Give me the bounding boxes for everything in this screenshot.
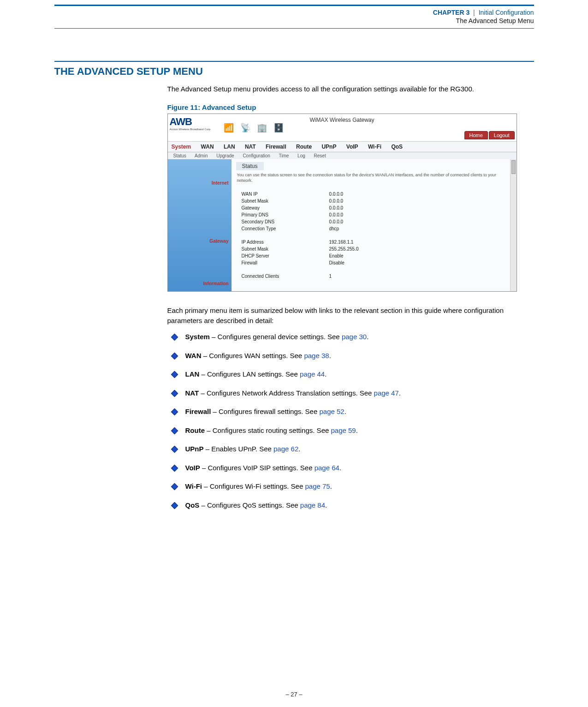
bullet-bold: System <box>185 333 210 341</box>
subnav-admin[interactable]: Admin <box>195 153 208 158</box>
bullet-bold: Route <box>185 426 205 434</box>
page-link[interactable]: page 44 <box>300 370 325 378</box>
page-link[interactable]: page 62 <box>273 445 298 453</box>
bullet-bold: LAN <box>185 370 200 378</box>
row-key: Firewall <box>242 260 329 265</box>
subnav-log[interactable]: Log <box>297 153 305 158</box>
home-button[interactable]: Home <box>464 131 488 139</box>
page-number: – 27 – <box>0 691 588 698</box>
page-link[interactable]: page 75 <box>305 482 330 490</box>
page-link[interactable]: page 47 <box>374 389 399 397</box>
bullet-bold: WAN <box>185 352 202 359</box>
row-key: Connected Clients <box>242 274 329 279</box>
bullet-item: UPnP – Enables UPnP. See page 62. <box>167 444 518 455</box>
page-link[interactable]: page 30 <box>342 333 367 341</box>
nav-route[interactable]: Route <box>296 144 312 150</box>
left-gateway-label: Gateway <box>209 239 228 244</box>
bullet-item: System – Configures general device setti… <box>167 332 518 342</box>
nav-lan[interactable]: LAN <box>224 144 235 150</box>
row-key: WAN IP <box>242 192 329 197</box>
wifi-icon: 📡 <box>240 122 251 133</box>
scrollbar[interactable] <box>510 159 517 291</box>
bullet-desc: – Configures Network Address Translation… <box>199 389 374 397</box>
row-key: Primary DNS <box>242 212 329 217</box>
page-link[interactable]: page 59 <box>331 426 356 434</box>
bullet-item: WAN – Configures WAN settings. See page … <box>167 351 518 361</box>
page-link[interactable]: page 52 <box>319 407 344 415</box>
bullet-item: Wi-Fi – Configures Wi-Fi settings. See p… <box>167 481 518 492</box>
building-icon: 🗄️ <box>273 122 284 133</box>
bullet-desc: – Enables UPnP. See <box>204 445 274 453</box>
bullet-desc: – Configures firewall settings. See <box>211 407 319 415</box>
wifi-icon: 📶 <box>223 122 234 133</box>
row-value: 0.0.0.0 <box>329 198 344 204</box>
nav-system[interactable]: System <box>172 144 191 150</box>
row-value: 0.0.0.0 <box>329 205 344 210</box>
bullet-bold: VoIP <box>185 464 200 472</box>
bullet-desc: – Configures WAN settings. See <box>202 352 304 359</box>
page-link[interactable]: page 38 <box>304 352 329 359</box>
bullet-text: Firewall – Configures firewall settings.… <box>185 407 518 417</box>
nav-voip[interactable]: VoIP <box>346 144 358 150</box>
bullet-tail: . <box>329 352 331 359</box>
primary-nav: System WAN LAN NAT Firewall Route UPnP V… <box>168 142 517 152</box>
row-value: 192.168.1.1 <box>329 240 354 245</box>
section-rule <box>54 61 534 62</box>
nav-nat[interactable]: NAT <box>245 144 256 150</box>
diamond-bullet-icon <box>171 408 178 416</box>
bullet-text: NAT – Configures Network Address Transla… <box>185 388 518 399</box>
status-panel: Status You can use the status screen to … <box>232 159 517 291</box>
left-internet-label: Internet <box>212 180 229 186</box>
bullet-tail: . <box>325 370 327 378</box>
figure-screenshot: AWB Accton Wireless Broadband Corp. 📶 📡 … <box>167 114 517 292</box>
logout-button[interactable]: Logout <box>489 131 515 139</box>
building-icon: 🏢 <box>256 122 267 133</box>
chapter-label: CHAPTER 3 <box>433 9 469 16</box>
bullet-item: QoS – Configures QoS settings. See page … <box>167 500 518 511</box>
status-header: Status <box>236 162 264 170</box>
nav-firewall[interactable]: Firewall <box>266 144 286 150</box>
page-link[interactable]: page 64 <box>315 464 339 472</box>
nav-wan[interactable]: WAN <box>201 144 214 150</box>
diamond-bullet-icon <box>171 427 178 434</box>
bullet-item: LAN – Configures LAN settings. See page … <box>167 369 518 380</box>
bullet-desc: – Configures VoIP SIP settings. See <box>200 464 315 472</box>
diamond-bullet-icon <box>171 446 178 453</box>
subnav-reset[interactable]: Reset <box>314 153 326 158</box>
bullet-text: VoIP – Configures VoIP SIP settings. See… <box>185 463 518 473</box>
row-key: Subnet Mask <box>242 198 329 204</box>
chapter-separator: | <box>473 9 475 16</box>
bullet-text: Wi-Fi – Configures Wi-Fi settings. See p… <box>185 481 518 492</box>
bullet-bold: QoS <box>185 501 200 509</box>
diamond-bullet-icon <box>171 371 178 378</box>
figure-caption: Figure 11: Advanced Setup <box>167 103 518 111</box>
header-subtitle: The Advanced Setup Menu <box>54 17 534 24</box>
diamond-bullet-icon <box>171 389 178 397</box>
bullet-item: VoIP – Configures VoIP SIP settings. See… <box>167 463 518 473</box>
diamond-bullet-icon <box>171 483 178 491</box>
subnav-upgrade[interactable]: Upgrade <box>216 153 234 158</box>
bullet-bold: Wi-Fi <box>185 482 202 490</box>
bullet-desc: – Configures QoS settings. See <box>199 501 300 509</box>
row-value: Enable <box>329 253 344 258</box>
logo: AWB Accton Wireless Broadband Corp. <box>170 116 216 137</box>
row-key: IP Address <box>242 240 329 245</box>
nav-qos[interactable]: QoS <box>391 144 403 150</box>
bullet-desc: – Configures general device settings. Se… <box>210 333 342 341</box>
scroll-thumb[interactable] <box>511 160 516 174</box>
subnav-status[interactable]: Status <box>173 153 186 158</box>
diamond-bullet-icon <box>171 464 178 472</box>
bullet-text: UPnP – Enables UPnP. See page 62. <box>185 444 518 455</box>
bullet-desc: – Configures static routing settings. Se… <box>205 426 331 434</box>
bullet-desc: – Configures Wi-Fi settings. See <box>202 482 305 490</box>
bullet-text: WAN – Configures WAN settings. See page … <box>185 351 518 361</box>
row-key: Subnet Mask <box>242 246 329 252</box>
nav-upnp[interactable]: UPnP <box>321 144 336 150</box>
subnav-time[interactable]: Time <box>279 153 289 158</box>
bullet-tail: . <box>367 333 368 341</box>
row-value: 0.0.0.0 <box>329 212 344 217</box>
page-link[interactable]: page 84 <box>300 501 325 509</box>
nav-wifi[interactable]: Wi-Fi <box>368 144 381 150</box>
bullet-item: NAT – Configures Network Address Transla… <box>167 388 518 399</box>
subnav-configuration[interactable]: Configuration <box>243 153 270 158</box>
